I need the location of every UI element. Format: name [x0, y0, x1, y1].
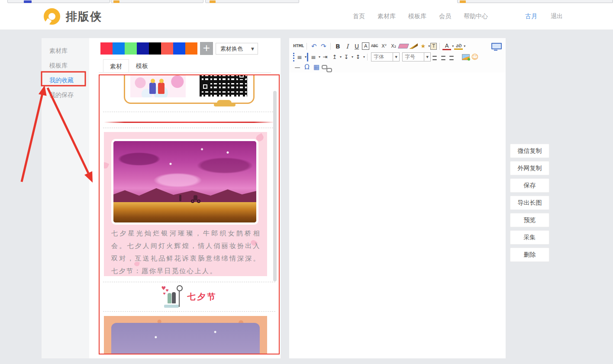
action-button-5[interactable]: 预览 — [510, 213, 549, 227]
sidebar-item-1[interactable]: 素材库 — [42, 43, 89, 58]
align-center-icon[interactable] — [440, 53, 446, 61]
highlight-color-icon[interactable]: ab — [454, 42, 463, 50]
underline-icon[interactable]: U — [352, 42, 361, 51]
username-link[interactable]: 古月 — [525, 13, 537, 20]
color-swatch-8[interactable] — [185, 42, 197, 55]
logo[interactable]: 排版侠 — [43, 8, 102, 25]
link-icon[interactable] — [322, 65, 327, 69]
special-char-icon[interactable]: Ω — [303, 63, 311, 71]
sidebar-item-2[interactable]: 模板库 — [42, 58, 89, 73]
favicon-icon — [113, 0, 119, 3]
nav-item-4[interactable]: 会员 — [439, 13, 451, 20]
red-ribbon-divider[interactable] — [104, 122, 274, 123]
horizontal-rule-icon[interactable]: — — [293, 63, 302, 71]
moon-card[interactable] — [104, 316, 267, 354]
ordered-list-icon[interactable]: ≡ — [293, 53, 304, 61]
collection-banner[interactable] — [124, 74, 255, 104]
qixi-card[interactable]: 七夕星光灿烂银河璀璨，牛郎织女鹊桥相会。七夕人间灯火辉煌，情人俏丽妆扮出入双对，… — [104, 132, 267, 276]
logo-icon — [43, 8, 61, 25]
action-button-1[interactable]: 微信复制 — [510, 144, 549, 158]
eraser-icon[interactable] — [398, 44, 409, 48]
action-button-6[interactable]: 采集 — [510, 230, 549, 245]
user-nav: 古月 退出 — [525, 3, 563, 29]
nav-item-3[interactable]: 模板库 — [408, 13, 426, 20]
font-color-icon[interactable]: A — [442, 42, 451, 50]
unordered-list-icon[interactable]: ≡ — [307, 53, 318, 61]
html-source-icon[interactable]: HTML — [293, 42, 304, 51]
material-recolor-dropdown[interactable]: 素材换色 ▼ — [216, 43, 258, 55]
justify-icon[interactable] — [455, 53, 461, 61]
dropdown-caret-icon[interactable]: ▾ — [340, 55, 342, 59]
paragraph-spacing-before-icon[interactable]: ↥ — [330, 53, 339, 61]
couple-illustration — [130, 75, 186, 97]
undo-icon[interactable]: ↶ — [310, 42, 318, 51]
logout-link[interactable]: 退出 — [551, 13, 563, 20]
dropdown-caret-icon[interactable]: ▾ — [363, 55, 365, 59]
fullscreen-icon[interactable] — [491, 43, 502, 49]
nav-item-2[interactable]: 素材库 — [377, 13, 396, 20]
color-swatch-row — [100, 42, 197, 55]
insert-table-icon[interactable]: ▦ — [312, 63, 321, 71]
browser-tab-strip — [0, 0, 613, 3]
action-button-3[interactable]: 保存 — [510, 178, 549, 193]
dropdown-caret-icon[interactable]: ▾ — [305, 55, 306, 59]
font-family-select[interactable]: 字体▼ — [371, 52, 400, 61]
color-swatch-6[interactable] — [161, 42, 173, 55]
action-button-4[interactable]: 导出长图 — [510, 196, 549, 210]
magic-format-icon[interactable]: ★ — [419, 42, 427, 51]
paste-text-icon[interactable]: T — [430, 43, 437, 50]
color-swatch-4[interactable] — [137, 42, 149, 55]
dropdown-caret-icon[interactable]: ▾ — [464, 44, 465, 48]
sidebar-item-3[interactable]: 我的收藏 — [42, 73, 89, 87]
redo-icon[interactable]: ↷ — [319, 42, 328, 51]
indent-icon[interactable]: ⇥ — [321, 53, 329, 61]
sidebar-list: 素材库模板库我的收藏我的保存 — [42, 38, 89, 102]
chevron-down-icon[interactable]: ▼ — [424, 53, 430, 61]
sidebar-item-4[interactable]: 我的保存 — [42, 87, 89, 102]
align-right-icon[interactable] — [447, 53, 454, 61]
browser-tab-1[interactable] — [7, 0, 110, 3]
tab-素材[interactable]: 素材 — [103, 59, 129, 72]
emoji-icon[interactable]: ☺ — [471, 53, 479, 61]
font-border-icon[interactable]: A — [362, 42, 369, 50]
collection-scrollbar[interactable] — [273, 91, 277, 281]
insert-image-icon[interactable] — [462, 54, 470, 60]
action-button-7[interactable]: 删除 — [510, 248, 549, 262]
browser-tab-4[interactable] — [457, 0, 613, 3]
browser-tab-3[interactable] — [205, 0, 299, 3]
dropdown-caret-icon[interactable]: ▾ — [319, 55, 320, 59]
tab-模板[interactable]: 模板 — [129, 59, 155, 72]
color-swatch-3[interactable] — [125, 42, 137, 55]
format-brush-icon[interactable] — [409, 43, 418, 49]
color-swatch-2[interactable] — [113, 42, 125, 55]
add-color-button[interactable]: + — [200, 42, 213, 55]
nav-item-5[interactable]: 帮助中心 — [464, 13, 488, 20]
materials-panel: + 素材换色 ▼ 素材模板 — [89, 38, 281, 358]
chevron-down-icon[interactable]: ▼ — [393, 53, 399, 61]
color-swatch-1[interactable] — [100, 42, 113, 55]
dropdown-caret-icon[interactable]: ▾ — [428, 44, 430, 48]
dropdown-caret-icon[interactable]: ▾ — [452, 44, 454, 48]
font-size-select[interactable]: 字号▼ — [402, 52, 431, 61]
line-height-icon[interactable]: ↕ — [354, 53, 362, 61]
moon-night-graphic — [111, 323, 260, 354]
editor-canvas[interactable] — [289, 73, 506, 358]
festival-heading-block[interactable]: ♥ ♥ ♥ 七夕节 — [100, 283, 279, 310]
nav-item-1[interactable]: 首页 — [353, 13, 365, 20]
browser-tab-2[interactable] — [111, 0, 203, 3]
action-button-2[interactable]: 外网复制 — [510, 161, 549, 175]
sidebar: 素材库模板库我的收藏我的保存 — [42, 38, 89, 358]
bold-icon[interactable]: B — [333, 42, 342, 51]
paragraph-spacing-after-icon[interactable]: ↧ — [342, 53, 351, 61]
materials-tab-row: 素材模板 — [99, 59, 271, 73]
align-left-icon[interactable] — [432, 53, 439, 61]
toolbar-row-3: —Ω▦ — [293, 62, 502, 72]
color-swatch-7[interactable] — [173, 42, 185, 55]
color-swatch-5[interactable] — [149, 42, 161, 55]
strikethrough-icon[interactable]: ABC — [370, 42, 379, 51]
italic-icon[interactable]: I — [343, 42, 352, 51]
favicon-icon — [24, 0, 32, 3]
subscript-icon[interactable]: X₂ — [389, 42, 398, 51]
superscript-icon[interactable]: X² — [380, 42, 388, 51]
dropdown-caret-icon[interactable]: ▾ — [352, 55, 353, 59]
